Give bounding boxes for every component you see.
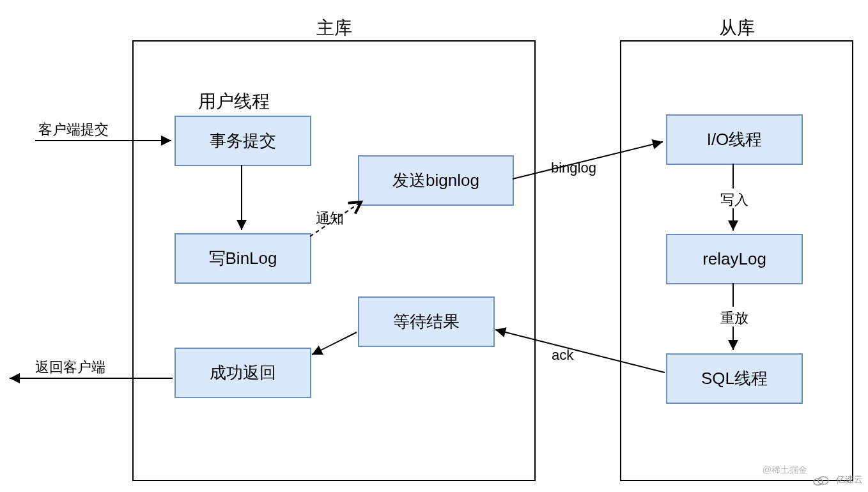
label-replay: 重放 xyxy=(720,309,748,328)
user-thread-label: 用户线程 xyxy=(198,89,270,114)
box-write-binlog: 写BinLog xyxy=(174,233,311,284)
box-relay-log: relayLog xyxy=(666,234,803,284)
watermark-xitu: @稀土掘金 xyxy=(763,465,807,476)
box-wait-result: 等待结果 xyxy=(358,296,495,347)
label-write: 写入 xyxy=(720,190,748,210)
label-ack: ack xyxy=(552,347,573,364)
slave-title: 从库 xyxy=(719,16,755,40)
label-binglog: binglog xyxy=(551,160,596,176)
svg-point-3 xyxy=(818,477,828,484)
yisu-cloud-icon xyxy=(812,474,830,487)
box-tx-commit: 事务提交 xyxy=(174,116,311,166)
box-success-return: 成功返回 xyxy=(174,348,311,398)
master-title: 主库 xyxy=(316,16,352,40)
label-return-client: 返回客户端 xyxy=(35,358,105,377)
box-sql-thread: SQL线程 xyxy=(666,353,803,404)
watermark-yisu: 亿速云 xyxy=(836,474,863,486)
label-notify: 通知 xyxy=(316,209,344,228)
box-io-thread: I/O线程 xyxy=(666,114,803,165)
label-client-submit: 客户端提交 xyxy=(38,120,109,139)
box-send-binlog: 发送bignlog xyxy=(358,155,514,206)
